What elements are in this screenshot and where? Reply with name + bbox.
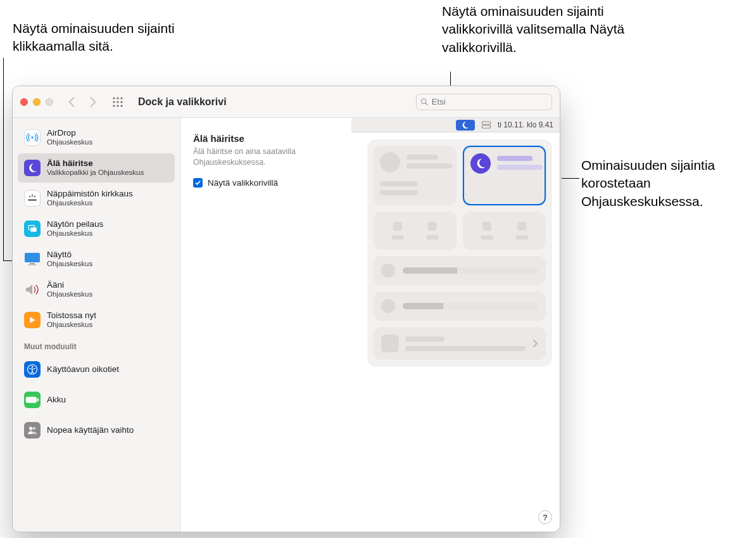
show-in-menubar-row[interactable]: Näytä valikkorivillä [193, 178, 339, 188]
svg-point-11 [31, 136, 33, 138]
preferences-window: Dock ja valikkorivi AirDrop Ohjauskeskus [12, 86, 560, 532]
sidebar-item-label: Akku [47, 395, 66, 405]
cc-placeholder-line [380, 181, 418, 186]
sidebar-item-label: AirDrop [47, 128, 92, 138]
detail-description: Älä häiritse on aina saatavilla Ohjauske… [193, 146, 339, 168]
sidebar-item-now-playing[interactable]: Toistossa nyt Ohjauskeskus [18, 305, 175, 335]
svg-point-6 [113, 105, 115, 106]
moon-icon [470, 153, 491, 174]
back-button[interactable] [63, 94, 80, 110]
cc-module-small [463, 212, 546, 250]
zoom-window-button[interactable] [46, 98, 53, 106]
minimize-window-button[interactable] [33, 98, 41, 106]
callout-line [562, 178, 579, 179]
sidebar-item-label: Älä häiritse [47, 158, 144, 169]
sidebar-item-sublabel: Ohjauskeskus [47, 321, 96, 330]
cc-placeholder-line [405, 336, 444, 342]
callout-right: Ominaisuuden sijaintia korostetaan Ohjau… [581, 157, 752, 210]
svg-point-19 [32, 366, 34, 368]
show-in-menubar-checkbox[interactable] [193, 178, 203, 188]
svg-point-22 [29, 426, 32, 430]
preview-panel: ti 10.11. klo 9.41 [351, 118, 560, 532]
airdrop-icon [24, 129, 41, 146]
sidebar-item-label: Käyttöavun oikotiet [47, 364, 119, 375]
cc-placeholder-dash [391, 235, 404, 240]
menubar-datetime: ti 10.11. klo 9.41 [498, 120, 553, 129]
moon-icon [461, 121, 469, 129]
speaker-icon [24, 281, 41, 298]
svg-point-1 [117, 97, 118, 99]
callout-top-left: Näytä ominaisuuden sijainti klikkaamalla… [13, 20, 177, 56]
show-in-menubar-label: Näytä valikkorivillä [208, 178, 278, 188]
sidebar-item-sublabel: Ohjauskeskus [47, 260, 92, 269]
cc-placeholder-icon [380, 152, 400, 172]
user-switch-icon [24, 422, 41, 439]
sidebar-item-battery[interactable]: Akku [18, 385, 175, 414]
cc-placeholder-line [405, 346, 526, 351]
display-icon [24, 251, 41, 267]
sidebar-item-airdrop[interactable]: AirDrop Ohjauskeskus [18, 123, 175, 152]
cc-now-playing-module [374, 327, 546, 360]
moon-icon [24, 160, 41, 176]
show-all-button[interactable] [109, 93, 127, 111]
sidebar-item-dnd[interactable]: Älä häiritse Valikkopalkki ja Ohjauskesk… [18, 153, 175, 183]
svg-rect-14 [30, 227, 36, 232]
detail-title: Älä häiritse [193, 133, 339, 144]
sidebar-item-label: Näppäimistön kirkkaus [47, 189, 133, 199]
search-input[interactable] [432, 97, 548, 106]
sidebar-item-screen-mirroring[interactable]: Näytön peilaus Ohjauskeskus [18, 214, 175, 243]
svg-point-23 [33, 427, 36, 430]
sidebar[interactable]: AirDrop Ohjauskeskus Älä häiritse Valikk… [13, 118, 180, 532]
sidebar-section-header: Muut moduulit [13, 336, 180, 354]
sidebar-item-sublabel: Ohjauskeskus [47, 290, 92, 299]
cc-module-small [374, 212, 457, 250]
svg-point-5 [120, 101, 122, 103]
control-center-preview [367, 139, 552, 366]
sidebar-item-accessibility-shortcuts[interactable]: Käyttöavun oikotiet [18, 355, 175, 384]
svg-rect-16 [30, 263, 35, 264]
svg-rect-17 [28, 264, 37, 266]
traffic-lights [20, 98, 53, 106]
menubar-preview: ti 10.11. klo 9.41 [351, 118, 560, 132]
chevron-right-icon [532, 339, 538, 348]
cc-placeholder-line [406, 155, 438, 160]
cc-slider-module [374, 291, 546, 321]
cc-placeholder-dot [517, 222, 526, 231]
window-title: Dock ja valikkorivi [138, 96, 227, 108]
svg-point-8 [120, 105, 122, 106]
sidebar-item-sublabel: Valikkopalkki ja Ohjauskeskus [47, 169, 144, 177]
cc-placeholder-line [380, 190, 418, 195]
cc-placeholder-dot [428, 222, 437, 231]
battery-icon [24, 392, 41, 408]
cc-slider-track [403, 303, 538, 309]
cc-placeholder-thumb [381, 335, 399, 352]
close-window-button[interactable] [20, 98, 28, 106]
help-button[interactable]: ? [538, 510, 552, 524]
sidebar-item-sublabel: Ohjauskeskus [47, 199, 133, 208]
svg-rect-25 [482, 125, 491, 129]
sidebar-item-label: Näytön peilaus [47, 219, 103, 229]
svg-rect-15 [25, 253, 40, 262]
forward-button[interactable] [85, 94, 101, 110]
svg-line-10 [425, 103, 427, 105]
sidebar-item-display[interactable]: Näyttö Ohjauskeskus [18, 245, 175, 274]
svg-point-3 [113, 101, 115, 103]
control-center-icon [481, 121, 491, 129]
sidebar-item-keyboard-brightness[interactable]: Näppäimistön kirkkaus Ohjauskeskus [18, 184, 175, 213]
svg-rect-12 [28, 200, 37, 201]
svg-point-7 [117, 105, 118, 106]
sidebar-item-sound[interactable]: Ääni Ohjauskeskus [18, 275, 175, 304]
cc-placeholder-dash [515, 235, 528, 240]
cc-placeholder-icon [381, 264, 395, 278]
cc-placeholder-icon [381, 299, 395, 313]
window-body: AirDrop Ohjauskeskus Älä häiritse Valikk… [13, 118, 560, 532]
menubar-dnd-pill [456, 120, 475, 131]
keyboard-brightness-icon [24, 190, 41, 207]
detail-panel: Älä häiritse Älä häiritse on aina saatav… [180, 118, 351, 532]
sidebar-item-fast-user-switching[interactable]: Nopea käyttäjän vaihto [18, 416, 175, 445]
callout-line [3, 58, 4, 260]
callout-top-right: Näytä ominaisuuden sijainti valikkorivil… [442, 3, 626, 56]
search-field[interactable] [416, 94, 552, 110]
sidebar-item-label: Näyttö [47, 250, 92, 260]
cc-placeholder-line [406, 163, 452, 169]
